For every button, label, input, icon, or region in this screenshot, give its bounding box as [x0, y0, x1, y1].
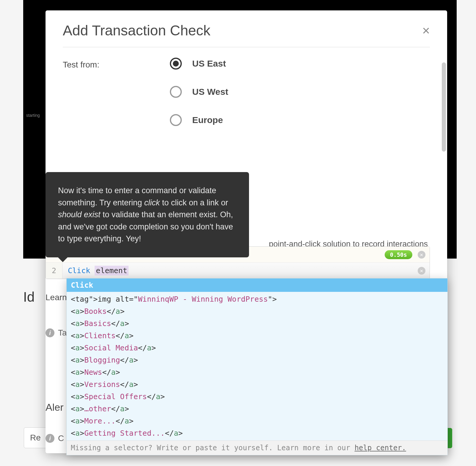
autocomplete-item[interactable]: <a>Versions</a>: [67, 378, 447, 391]
autocomplete-item[interactable]: <a>Special Offers</a>: [67, 391, 447, 403]
autocomplete-item[interactable]: <a>News</a>: [67, 366, 447, 378]
tags-row: i Ta: [46, 328, 67, 338]
tags-label: Ta: [58, 328, 67, 338]
scrollbar-thumb[interactable]: [442, 62, 446, 152]
radio-us-west[interactable]: US West: [170, 86, 430, 98]
command-arg: element: [95, 266, 128, 275]
bg-starting-label: starting: [26, 113, 40, 118]
tooltip-em-exist: should exist: [58, 210, 101, 219]
autocomplete-header[interactable]: Click: [67, 278, 447, 292]
command-keyword: Click: [68, 266, 90, 275]
line-content[interactable]: Click element: [62, 266, 430, 275]
contacts-row: i C: [46, 434, 64, 443]
modal-body: Test from: US East US West Europe point-…: [46, 47, 447, 410]
autocomplete-popup: Click <tag">img alt="WinninqWP - Winning…: [66, 278, 448, 455]
add-transaction-modal: Add Transaction Check × Test from: US Ea…: [46, 10, 447, 453]
autocomplete-item[interactable]: <a>Clients</a>: [67, 330, 447, 342]
radio-icon: [170, 58, 182, 70]
delete-line-icon[interactable]: ✕: [418, 251, 425, 259]
modal-title: Add Transaction Check: [63, 22, 422, 39]
tooltip-arrow-icon: [57, 257, 68, 262]
radio-label: US East: [192, 59, 226, 69]
close-icon[interactable]: ×: [422, 24, 430, 37]
background-input[interactable]: Re: [24, 427, 47, 448]
autocomplete-item[interactable]: <a>Basics</a>: [67, 317, 447, 330]
autocomplete-item[interactable]: <a>…other</a>: [67, 403, 447, 415]
autocomplete-item[interactable]: <tag">img alt="WinninqWP - Winning WordP…: [67, 293, 447, 305]
test-from-label: Test from:: [63, 58, 170, 70]
tooltip-em-click: click: [144, 198, 160, 207]
help-center-link[interactable]: help center.: [355, 444, 406, 452]
c-label: C: [58, 434, 64, 443]
editor-line-2[interactable]: 2 Click element ✕: [46, 263, 430, 279]
info-icon: i: [46, 328, 54, 337]
footer-text: Missing a selector? Write or paste it yo…: [71, 444, 355, 452]
radio-group-region: US East US West Europe: [170, 58, 430, 142]
autocomplete-item[interactable]: <a>Getting Started...</a>: [67, 427, 447, 439]
autocomplete-list: <tag">img alt="WinninqWP - Winning WordP…: [67, 292, 447, 440]
radio-label: US West: [192, 87, 228, 97]
autocomplete-item[interactable]: <a>Social Media</a>: [67, 342, 447, 354]
autocomplete-item[interactable]: <a>Blogging</a>: [67, 354, 447, 366]
autocomplete-item[interactable]: <a>Books</a>: [67, 305, 447, 317]
line-number: 2: [46, 263, 62, 278]
onboarding-tooltip: Now it's time to enter a command or vali…: [46, 172, 249, 257]
alert-heading: Aler: [46, 402, 63, 413]
radio-europe[interactable]: Europe: [170, 114, 430, 126]
tooltip-text-2: to click on a link or: [160, 198, 228, 207]
radio-icon: [170, 86, 182, 98]
radio-icon: [170, 114, 182, 126]
autocomplete-item[interactable]: <a>More...</a>: [67, 415, 447, 427]
info-icon: i: [46, 434, 54, 443]
autocomplete-footer: Missing a selector? Write or paste it yo…: [67, 440, 447, 455]
radio-us-east[interactable]: US East: [170, 58, 430, 70]
duration-badge: 0.50s: [385, 250, 412, 259]
learn-more-label: Learn: [46, 293, 67, 302]
delete-line-icon[interactable]: ✕: [418, 267, 425, 275]
modal-header: Add Transaction Check ×: [46, 10, 447, 39]
radio-label: Europe: [192, 115, 223, 125]
test-from-row: Test from: US East US West Europe: [63, 58, 430, 142]
